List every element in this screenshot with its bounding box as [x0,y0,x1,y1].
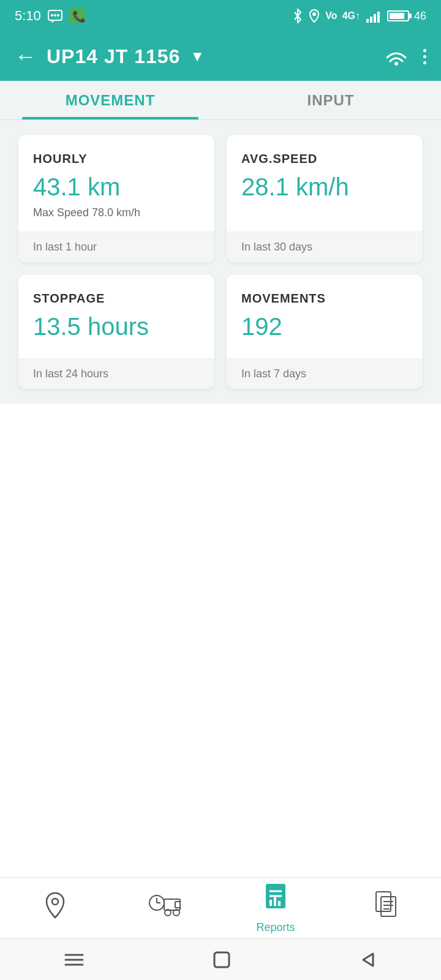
svg-rect-7 [366,19,369,23]
battery-fill [390,13,404,19]
documents-icon [374,891,398,925]
nav-location[interactable] [0,892,110,924]
vehicle-title: UP14 JT 1156 [47,45,180,68]
svg-text:📞: 📞 [72,10,85,23]
card-avg-speed-footer: In last 30 days [227,232,423,262]
svg-rect-10 [377,12,380,23]
svg-point-2 [54,14,56,17]
tab-input[interactable]: INPUT [221,81,441,119]
bottom-nav: Reports [0,877,441,938]
main-content: HOURLY 43.1 km Max Speed 78.0 km/h In la… [0,120,441,404]
svg-point-6 [312,12,316,16]
card-movements: MOVEMENTS 192 In last 7 days [227,274,423,389]
card-movements-value: 192 [241,312,408,341]
card-hourly: HOURLY 43.1 km Max Speed 78.0 km/h In la… [18,135,214,262]
status-right: Vo 4G↑ 46 [292,9,426,23]
home-button[interactable] [212,950,232,970]
svg-rect-25 [278,901,281,906]
nav-documents[interactable] [331,891,441,925]
menu-icon [63,951,85,968]
card-movements-label: MOVEMENTS [241,292,408,306]
svg-rect-23 [270,900,272,906]
svg-point-3 [57,14,59,17]
empty-area [0,404,441,771]
header-left: ← UP14 JT 1156 ▼ [15,45,205,68]
card-stoppage-label: STOPPAGE [33,292,200,306]
header-right [384,47,426,66]
card-movements-footer: In last 7 days [227,358,423,389]
nav-reports[interactable]: Reports [221,883,331,934]
signal-bars-icon [365,9,382,23]
truck-icon [148,893,183,923]
svg-point-1 [51,14,53,17]
phone-icon: 📞 [69,8,85,24]
reports-label: Reports [256,921,295,934]
volte-icon: Vo [325,10,337,21]
svg-marker-35 [363,954,373,966]
card-stoppage-footer: In last 24 hours [18,358,214,389]
card-hourly-sub: Max Speed 78.0 km/h [33,206,200,219]
svg-rect-24 [274,897,276,906]
status-left: 5:10 📞 [15,8,85,24]
broadcast-icon [384,47,409,66]
tab-movement[interactable]: MOVEMENT [0,81,221,119]
card-avg-speed-label: AVG.SPEED [241,152,408,166]
svg-rect-16 [164,899,180,910]
card-stoppage-body: STOPPAGE 13.5 hours [18,274,214,358]
back-system-button[interactable] [358,950,378,970]
svg-point-11 [394,62,398,66]
back-triangle-icon [358,950,378,970]
card-hourly-value: 43.1 km [33,172,200,202]
card-hourly-body: HOURLY 43.1 km Max Speed 78.0 km/h [18,135,214,232]
svg-rect-9 [374,14,376,23]
menu-button[interactable] [63,951,85,968]
card-avg-speed: AVG.SPEED 28.1 km/h In last 30 days [227,135,423,262]
bluetooth-icon [292,9,303,23]
svg-rect-34 [214,952,229,967]
svg-rect-17 [175,902,180,908]
svg-rect-27 [381,897,396,916]
tab-bar: MOVEMENT INPUT [0,81,441,120]
status-bar: 5:10 📞 Vo 4G↑ [0,0,441,32]
card-movements-body: MOVEMENTS 192 [227,274,423,358]
network-icon: 4G↑ [342,10,360,21]
battery-level: 46 [414,10,426,23]
more-options-button[interactable] [423,49,426,64]
card-avg-speed-value: 28.1 km/h [241,172,408,202]
svg-point-12 [52,899,58,905]
cards-grid: HOURLY 43.1 km Max Speed 78.0 km/h In la… [18,135,423,389]
card-stoppage: STOPPAGE 13.5 hours In last 24 hours [18,274,214,389]
svg-rect-8 [370,17,372,23]
message-icon [47,8,63,24]
reports-icon [263,883,288,918]
dot-3 [423,61,426,64]
dropdown-icon[interactable]: ▼ [190,48,205,65]
app-header: ← UP14 JT 1156 ▼ [0,32,441,81]
card-hourly-footer: In last 1 hour [18,232,214,262]
dot-2 [423,55,426,58]
back-button[interactable]: ← [15,45,37,67]
battery-icon [387,10,409,21]
nav-tracking[interactable] [110,893,221,923]
dot-1 [423,49,426,52]
status-time: 5:10 [15,8,41,24]
location-status-icon [308,9,320,23]
card-avg-speed-body: AVG.SPEED 28.1 km/h [227,135,423,232]
pin-icon [44,892,66,924]
android-nav-bar [0,938,441,980]
home-square-icon [212,950,232,970]
card-hourly-label: HOURLY [33,152,200,166]
card-stoppage-value: 13.5 hours [33,312,200,341]
